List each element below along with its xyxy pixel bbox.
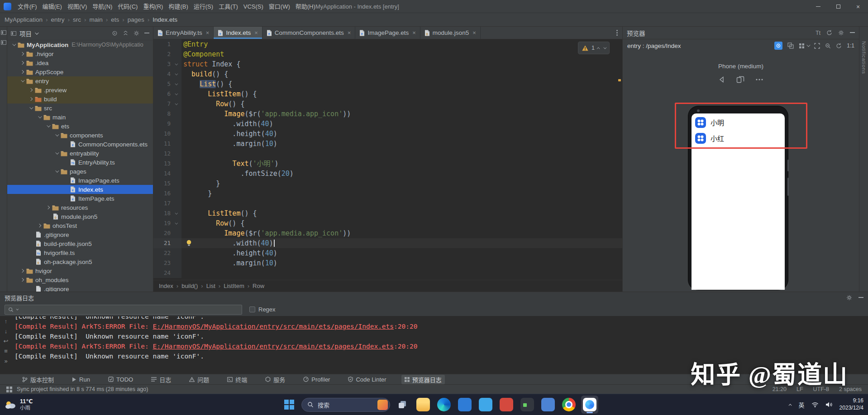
tree-expand-icon[interactable] — [19, 71, 25, 73]
editor-tab[interactable]: {}module.json5× — [420, 27, 481, 39]
tree-item[interactable]: entryability — [7, 149, 153, 158]
toolwindow-button[interactable]: 预览器日志 — [401, 375, 445, 384]
code-line[interactable]: 21 .width(40) — [153, 238, 622, 248]
toolwindow-button[interactable]: 问题 — [186, 375, 212, 384]
ime-indicator[interactable]: 英 — [799, 401, 805, 409]
tree-expand-icon[interactable] — [53, 152, 60, 155]
toolwindow-button[interactable]: 版本控制 — [19, 375, 57, 384]
tree-item[interactable]: pages — [7, 167, 153, 176]
nav-back-icon[interactable] — [718, 76, 725, 83]
tree-item[interactable]: .preview — [7, 85, 153, 94]
clock[interactable]: 9:16 2023/12/4 — [839, 397, 863, 411]
code-line[interactable]: 19 Row() { — [153, 218, 622, 228]
tree-item[interactable]: entry — [7, 76, 153, 85]
editor-breadcrumb-item[interactable]: ListItem — [224, 283, 244, 289]
error-file-link[interactable]: E:/HarmonyOS/MyApplication/entry/src/mai… — [153, 343, 394, 350]
code-line[interactable]: 15 } — [153, 179, 622, 189]
code-line[interactable]: 13 Text('小明') — [153, 159, 622, 169]
intention-bulb-icon[interactable] — [186, 240, 192, 246]
tree-item[interactable]: components — [7, 131, 153, 140]
fold-marker-icon[interactable] — [171, 222, 181, 225]
scroll-up-icon[interactable]: ↑ — [5, 318, 8, 325]
tree-expand-icon[interactable] — [19, 278, 25, 281]
close-tab-icon[interactable]: × — [472, 29, 476, 36]
breadcrumb-item[interactable]: MyApplication — [5, 16, 43, 23]
tree-expand-icon[interactable] — [53, 170, 60, 173]
fold-marker-icon[interactable] — [171, 103, 181, 105]
project-toolwindow-icon[interactable] — [1, 30, 6, 35]
taskbar-app-app3[interactable] — [498, 396, 515, 414]
code-line[interactable]: 14 .fontSize(20) — [153, 169, 622, 179]
structure-toolwindow-icon[interactable] — [1, 40, 6, 45]
menu-item[interactable]: VCS(S) — [241, 0, 266, 13]
panel-settings-gear-icon[interactable] — [134, 30, 139, 36]
breadcrumb-item[interactable]: main — [90, 16, 103, 23]
tree-item[interactable]: MyApplicationE:\HarmonyOS\MyApplicatio — [7, 40, 153, 49]
prev-issue-icon[interactable] — [597, 47, 600, 50]
chevron-down-icon[interactable] — [35, 31, 38, 34]
close-tab-icon[interactable]: × — [254, 29, 258, 36]
locate-file-icon[interactable] — [112, 30, 118, 36]
editor-tab[interactable]: eImagePage.ets× — [355, 27, 420, 39]
code-line[interactable]: 16 } — [153, 189, 622, 198]
code-line[interactable]: 9 .width(40) — [153, 119, 622, 129]
search-history-chevron-icon[interactable] — [16, 307, 19, 310]
frame-icon[interactable] — [814, 43, 820, 49]
code-line[interactable]: 23 .margin(10) — [153, 258, 622, 268]
tree-item[interactable]: resources — [7, 203, 153, 212]
tree-expand-icon[interactable] — [10, 43, 17, 46]
hide-previewer-icon[interactable] — [850, 32, 855, 33]
breadcrumb-item[interactable]: Index.ets — [153, 16, 177, 23]
editor-breadcrumb-item[interactable]: List — [206, 283, 215, 289]
close-tab-icon[interactable]: × — [412, 29, 416, 36]
more-tools-icon[interactable]: » — [4, 358, 7, 364]
menu-item[interactable]: 帮助(H) — [293, 0, 318, 13]
tree-expand-icon[interactable] — [44, 206, 51, 209]
tree-item[interactable]: eImagePage.ets — [7, 176, 153, 185]
console-search-input[interactable] — [5, 305, 242, 315]
hidden-icons-chevron-icon[interactable] — [788, 404, 792, 407]
tree-expand-icon[interactable] — [36, 116, 43, 118]
project-panel-title[interactable]: 项目 — [19, 29, 32, 38]
tree-item[interactable]: src — [7, 104, 153, 113]
inspections-widget[interactable]: 1 — [578, 42, 610, 54]
tree-item[interactable]: {}oh-package.json5 — [7, 257, 153, 266]
menu-item[interactable]: 运行(S) — [191, 0, 216, 13]
tree-expand-icon[interactable] — [36, 224, 43, 227]
phone-screen[interactable]: 小明小红 — [692, 113, 785, 290]
tree-item[interactable]: AppScope — [7, 67, 153, 76]
code-line[interactable]: 6 ListItem() { — [153, 89, 622, 99]
code-line[interactable]: 4 build() { — [153, 69, 622, 79]
code-line[interactable]: 1@Entry — [153, 39, 622, 49]
task-view-button[interactable] — [394, 396, 411, 414]
fold-marker-icon[interactable] — [171, 93, 181, 95]
tree-item[interactable]: .hvigor — [7, 49, 153, 58]
tree-expand-icon[interactable] — [19, 80, 25, 82]
taskbar-app-app1[interactable] — [456, 396, 473, 414]
soft-wrap-icon[interactable]: ↩ — [4, 338, 9, 344]
component-tree-icon[interactable] — [787, 42, 794, 49]
toolwindow-button[interactable]: Code Linter — [345, 376, 389, 383]
editor-tab[interactable]: eIndex.ets× — [214, 27, 262, 39]
tree-item[interactable]: {}build-profile.json5 — [7, 239, 153, 248]
notifications-tab[interactable]: Notifications — [861, 41, 867, 74]
tree-expand-icon[interactable] — [27, 89, 34, 91]
taskbar-app-app4[interactable] — [519, 396, 536, 414]
font-scale-icon[interactable]: Tt — [816, 30, 820, 36]
volume-icon[interactable] — [825, 401, 833, 408]
tree-item[interactable]: eCommonComponents.ets — [7, 140, 153, 149]
code-line[interactable]: 8 Image($r('app.media.app_icon')) — [153, 109, 622, 119]
tree-item[interactable]: build — [7, 94, 153, 104]
toolwindow-button[interactable]: Run — [69, 376, 93, 383]
fold-marker-icon[interactable] — [171, 63, 181, 66]
menu-item[interactable]: 文件(F) — [15, 0, 40, 13]
menu-item[interactable]: 导航(N) — [90, 0, 115, 13]
tree-expand-icon[interactable] — [19, 52, 25, 55]
editor-tab[interactable]: eCommonComponents.ets× — [262, 27, 356, 39]
code-editor[interactable]: 1@Entry2@Component3struct Index {4 build… — [153, 39, 622, 280]
editor-breadcrumb-item[interactable]: build() — [181, 283, 198, 289]
list-item[interactable]: 小红 — [692, 130, 785, 146]
refresh-icon[interactable] — [826, 30, 832, 36]
taskbar-search[interactable]: 搜索 — [301, 398, 390, 412]
tree-expand-icon[interactable] — [19, 269, 25, 272]
